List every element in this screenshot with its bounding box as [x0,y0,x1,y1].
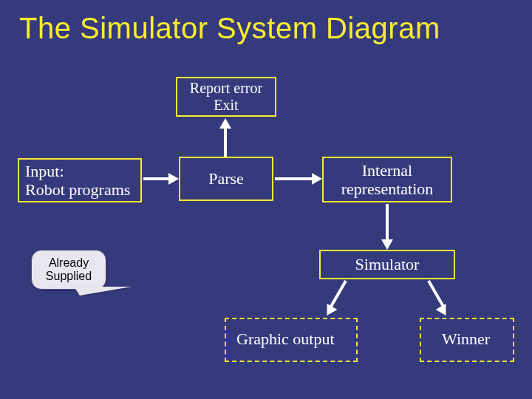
callout-already-supplied: Already Supplied [31,250,106,290]
node-report-error-line1: Report error [190,80,262,97]
node-simulator-label: Simulator [355,255,420,273]
slide-title: The Simulator System Diagram [19,12,440,45]
callout-line1: Already [46,256,92,270]
node-report-error-line2: Exit [190,97,262,114]
callout-tail-icon [74,287,132,296]
node-input-line2: Robot programs [25,180,130,199]
node-graphic-output-label: Graphic output [236,330,335,349]
callout-line2: Supplied [46,270,92,283]
node-internal-line1: Internal [341,161,434,180]
node-parse-label: Parse [208,169,244,188]
node-internal-line2: representation [341,180,434,198]
node-internal: Internal representation [322,157,452,202]
node-parse: Parse [179,157,273,201]
node-winner-label: Winner [442,330,490,349]
node-input-line1: Input: [25,162,130,180]
node-input: Input: Robot programs [18,158,142,202]
node-report-error: Report error Exit [176,77,276,117]
node-simulator: Simulator [319,250,455,279]
